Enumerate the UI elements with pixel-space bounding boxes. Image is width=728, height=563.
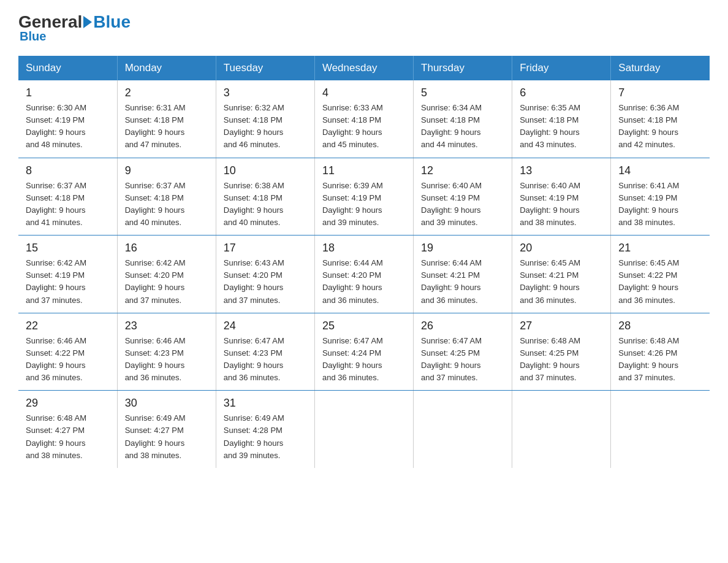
day-info: Sunrise: 6:46 AMSunset: 4:23 PMDaylight:… bbox=[125, 335, 208, 385]
day-number: 22 bbox=[26, 320, 110, 332]
day-number: 25 bbox=[322, 320, 406, 332]
calendar-cell: 2Sunrise: 6:31 AMSunset: 4:18 PMDaylight… bbox=[117, 80, 216, 158]
calendar-cell: 5Sunrise: 6:34 AMSunset: 4:18 PMDaylight… bbox=[414, 80, 512, 158]
calendar-cell: 13Sunrise: 6:40 AMSunset: 4:19 PMDayligh… bbox=[512, 158, 611, 236]
calendar-cell bbox=[314, 391, 413, 468]
day-info: Sunrise: 6:47 AMSunset: 4:23 PMDaylight:… bbox=[224, 335, 307, 385]
weekday-header-thursday: Thursday bbox=[414, 56, 512, 80]
day-info: Sunrise: 6:48 AMSunset: 4:25 PMDaylight:… bbox=[520, 335, 603, 385]
day-info: Sunrise: 6:45 AMSunset: 4:21 PMDaylight:… bbox=[520, 257, 603, 307]
day-number: 14 bbox=[618, 164, 702, 177]
calendar-cell: 21Sunrise: 6:45 AMSunset: 4:22 PMDayligh… bbox=[611, 236, 710, 313]
day-number: 19 bbox=[421, 242, 504, 255]
calendar-cell: 18Sunrise: 6:44 AMSunset: 4:20 PMDayligh… bbox=[314, 236, 413, 313]
calendar-cell: 3Sunrise: 6:32 AMSunset: 4:18 PMDaylight… bbox=[216, 80, 314, 158]
day-number: 28 bbox=[618, 320, 702, 332]
day-info: Sunrise: 6:46 AMSunset: 4:22 PMDaylight:… bbox=[26, 335, 110, 385]
day-number: 1 bbox=[26, 86, 110, 99]
day-info: Sunrise: 6:47 AMSunset: 4:24 PMDaylight:… bbox=[322, 335, 406, 385]
day-info: Sunrise: 6:45 AMSunset: 4:22 PMDaylight:… bbox=[618, 257, 702, 307]
calendar-cell: 10Sunrise: 6:38 AMSunset: 4:18 PMDayligh… bbox=[216, 158, 314, 236]
calendar-cell: 7Sunrise: 6:36 AMSunset: 4:18 PMDaylight… bbox=[611, 80, 710, 158]
calendar-cell bbox=[611, 391, 710, 468]
day-info: Sunrise: 6:48 AMSunset: 4:26 PMDaylight:… bbox=[618, 335, 702, 385]
weekday-header-friday: Friday bbox=[512, 56, 611, 80]
logo: General Blue Blue bbox=[18, 12, 131, 44]
day-number: 4 bbox=[322, 86, 406, 99]
day-info: Sunrise: 6:43 AMSunset: 4:20 PMDaylight:… bbox=[224, 257, 307, 307]
day-info: Sunrise: 6:41 AMSunset: 4:19 PMDaylight:… bbox=[618, 180, 702, 229]
day-info: Sunrise: 6:40 AMSunset: 4:19 PMDaylight:… bbox=[421, 180, 504, 229]
day-number: 20 bbox=[520, 242, 603, 255]
day-number: 31 bbox=[224, 397, 307, 410]
day-info: Sunrise: 6:30 AMSunset: 4:19 PMDaylight:… bbox=[26, 102, 110, 151]
week-row-2: 8Sunrise: 6:37 AMSunset: 4:18 PMDaylight… bbox=[18, 158, 710, 236]
day-number: 29 bbox=[26, 397, 110, 410]
header: General Blue Blue bbox=[18, 12, 710, 44]
day-info: Sunrise: 6:38 AMSunset: 4:18 PMDaylight:… bbox=[224, 180, 307, 229]
day-info: Sunrise: 6:48 AMSunset: 4:27 PMDaylight:… bbox=[26, 412, 110, 462]
logo-blue-text: Blue bbox=[93, 12, 131, 32]
calendar-cell: 19Sunrise: 6:44 AMSunset: 4:21 PMDayligh… bbox=[414, 236, 512, 313]
calendar-cell: 27Sunrise: 6:48 AMSunset: 4:25 PMDayligh… bbox=[512, 313, 611, 391]
day-number: 13 bbox=[520, 164, 603, 177]
day-info: Sunrise: 6:47 AMSunset: 4:25 PMDaylight:… bbox=[421, 335, 504, 385]
day-number: 18 bbox=[322, 242, 406, 255]
day-number: 6 bbox=[520, 86, 603, 99]
day-number: 9 bbox=[125, 164, 208, 177]
calendar-cell: 25Sunrise: 6:47 AMSunset: 4:24 PMDayligh… bbox=[314, 313, 413, 391]
day-number: 8 bbox=[26, 164, 110, 177]
calendar-cell: 31Sunrise: 6:49 AMSunset: 4:28 PMDayligh… bbox=[216, 391, 314, 468]
logo-underline: Blue bbox=[20, 29, 46, 44]
calendar-cell: 1Sunrise: 6:30 AMSunset: 4:19 PMDaylight… bbox=[18, 80, 117, 158]
calendar-cell bbox=[414, 391, 512, 468]
day-info: Sunrise: 6:49 AMSunset: 4:27 PMDaylight:… bbox=[125, 412, 208, 462]
weekday-header-monday: Monday bbox=[117, 56, 216, 80]
week-row-5: 29Sunrise: 6:48 AMSunset: 4:27 PMDayligh… bbox=[18, 391, 710, 468]
calendar-cell: 22Sunrise: 6:46 AMSunset: 4:22 PMDayligh… bbox=[18, 313, 117, 391]
calendar-table: SundayMondayTuesdayWednesdayThursdayFrid… bbox=[18, 56, 710, 468]
day-info: Sunrise: 6:31 AMSunset: 4:18 PMDaylight:… bbox=[125, 102, 208, 151]
calendar-cell bbox=[512, 391, 611, 468]
calendar-cell: 14Sunrise: 6:41 AMSunset: 4:19 PMDayligh… bbox=[611, 158, 710, 236]
calendar-cell: 26Sunrise: 6:47 AMSunset: 4:25 PMDayligh… bbox=[414, 313, 512, 391]
weekday-header-saturday: Saturday bbox=[611, 56, 710, 80]
day-number: 5 bbox=[421, 86, 504, 99]
day-number: 7 bbox=[618, 86, 702, 99]
week-row-1: 1Sunrise: 6:30 AMSunset: 4:19 PMDaylight… bbox=[18, 80, 710, 158]
weekday-header-wednesday: Wednesday bbox=[314, 56, 413, 80]
day-info: Sunrise: 6:34 AMSunset: 4:18 PMDaylight:… bbox=[421, 102, 504, 151]
day-number: 24 bbox=[224, 320, 307, 332]
calendar-cell: 8Sunrise: 6:37 AMSunset: 4:18 PMDaylight… bbox=[18, 158, 117, 236]
day-info: Sunrise: 6:33 AMSunset: 4:18 PMDaylight:… bbox=[322, 102, 406, 151]
day-info: Sunrise: 6:42 AMSunset: 4:19 PMDaylight:… bbox=[26, 257, 110, 307]
day-info: Sunrise: 6:44 AMSunset: 4:21 PMDaylight:… bbox=[421, 257, 504, 307]
calendar-cell: 20Sunrise: 6:45 AMSunset: 4:21 PMDayligh… bbox=[512, 236, 611, 313]
day-info: Sunrise: 6:35 AMSunset: 4:18 PMDaylight:… bbox=[520, 102, 603, 151]
day-number: 30 bbox=[125, 397, 208, 410]
calendar-cell: 30Sunrise: 6:49 AMSunset: 4:27 PMDayligh… bbox=[117, 391, 216, 468]
day-number: 15 bbox=[26, 242, 110, 255]
day-number: 11 bbox=[322, 164, 406, 177]
day-info: Sunrise: 6:37 AMSunset: 4:18 PMDaylight:… bbox=[26, 180, 110, 229]
day-number: 26 bbox=[421, 320, 504, 332]
calendar-cell: 24Sunrise: 6:47 AMSunset: 4:23 PMDayligh… bbox=[216, 313, 314, 391]
day-number: 2 bbox=[125, 86, 208, 99]
weekday-header-sunday: Sunday bbox=[18, 56, 117, 80]
calendar-cell: 4Sunrise: 6:33 AMSunset: 4:18 PMDaylight… bbox=[314, 80, 413, 158]
day-number: 16 bbox=[125, 242, 208, 255]
calendar-cell: 12Sunrise: 6:40 AMSunset: 4:19 PMDayligh… bbox=[414, 158, 512, 236]
weekday-header-row: SundayMondayTuesdayWednesdayThursdayFrid… bbox=[18, 56, 710, 80]
calendar-cell: 15Sunrise: 6:42 AMSunset: 4:19 PMDayligh… bbox=[18, 236, 117, 313]
day-info: Sunrise: 6:37 AMSunset: 4:18 PMDaylight:… bbox=[125, 180, 208, 229]
logo-triangle-icon bbox=[83, 16, 92, 28]
day-info: Sunrise: 6:39 AMSunset: 4:19 PMDaylight:… bbox=[322, 180, 406, 229]
day-number: 21 bbox=[618, 242, 702, 255]
day-number: 10 bbox=[224, 164, 307, 177]
calendar-cell: 11Sunrise: 6:39 AMSunset: 4:19 PMDayligh… bbox=[314, 158, 413, 236]
calendar-cell: 17Sunrise: 6:43 AMSunset: 4:20 PMDayligh… bbox=[216, 236, 314, 313]
calendar-cell: 16Sunrise: 6:42 AMSunset: 4:20 PMDayligh… bbox=[117, 236, 216, 313]
day-number: 17 bbox=[224, 242, 307, 255]
day-info: Sunrise: 6:32 AMSunset: 4:18 PMDaylight:… bbox=[224, 102, 307, 151]
day-number: 3 bbox=[224, 86, 307, 99]
